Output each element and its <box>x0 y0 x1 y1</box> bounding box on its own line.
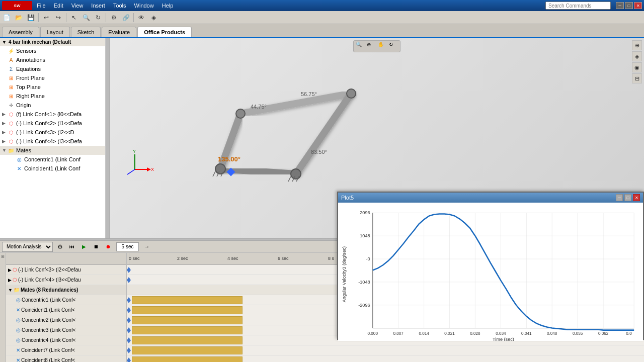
mates-folder-icon: 📁 <box>7 146 15 154</box>
sidebar-item-annotations[interactable]: A Annotations <box>0 55 105 64</box>
zoom-button[interactable]: 🔍 <box>80 12 92 23</box>
tl-coincident1[interactable]: ✕ Coincident1 (Link Conf< <box>6 305 126 315</box>
tab-office-products[interactable]: Office Products <box>137 27 192 37</box>
plot-window: Plot5 ─ □ ✕ Angular Velocity3 (deg/sec) <box>337 192 644 340</box>
display-button[interactable]: ◈ <box>148 12 159 23</box>
view-settings-btn[interactable]: ⊕ <box>632 40 642 50</box>
tab-sketch[interactable]: Sketch <box>71 27 101 37</box>
svg-text:Angular Velocity3 (deg/sec): Angular Velocity3 (deg/sec) <box>342 246 347 302</box>
menu-tools[interactable]: Tools <box>112 3 128 9</box>
sidebar-item-link3[interactable]: ▶ ⬡ (-) Link Conf<3> (l2<<D <box>0 128 105 137</box>
component-icon-3: ⬡ <box>7 128 15 136</box>
record-btn[interactable]: ⏺ <box>103 242 113 252</box>
undo-button[interactable]: ↩ <box>41 12 52 23</box>
tab-assembly[interactable]: Assembly <box>2 27 39 37</box>
separator-4 <box>133 13 134 22</box>
tl-concentric4[interactable]: ◎ Concentric4 (Link Conf< <box>6 335 126 345</box>
maximize-button[interactable]: □ <box>625 2 633 9</box>
menu-window[interactable]: Window <box>133 3 155 9</box>
pan[interactable]: ✋ <box>378 42 387 51</box>
equation-icon: Σ <box>7 65 15 73</box>
stop-btn[interactable]: ⏹ <box>91 242 101 252</box>
plane-icon-right: ⊞ <box>7 92 15 100</box>
redo-button[interactable]: ↪ <box>53 12 64 23</box>
sidebar-item-mates[interactable]: ▼ 📁 Mates <box>0 146 105 155</box>
select-button[interactable]: ↖ <box>68 12 79 23</box>
save-button[interactable]: 💾 <box>25 12 36 23</box>
sidebar-item-top-plane[interactable]: ⊞ Top Plane <box>0 82 105 92</box>
annotation-icon: A <box>7 56 15 64</box>
component-icon-1: ⬡ <box>7 110 15 118</box>
svg-text:0.034: 0.034 <box>496 331 506 336</box>
plot-close-btn[interactable]: ✕ <box>633 194 640 201</box>
coincident-icon-1: ✕ <box>15 164 23 172</box>
play-btn[interactable]: ▶ <box>79 242 89 252</box>
svg-line-16 <box>288 176 291 182</box>
rotate-button[interactable]: ↻ <box>93 12 104 23</box>
svg-text:0.014: 0.014 <box>419 331 429 336</box>
sidebar-item-link4[interactable]: ▶ ⬡ (-) Link Conf<4> (l3<<Defa <box>0 137 105 146</box>
analysis-type-select[interactable]: Motion Analysis <box>2 242 53 252</box>
view-toolbar-btn[interactable]: 👁 <box>136 12 147 23</box>
calculate-btn[interactable]: ⚙ <box>55 242 65 252</box>
menu-file[interactable]: File <box>35 3 47 9</box>
menu-help[interactable]: Help <box>160 3 175 9</box>
mate-button[interactable]: 🔗 <box>120 12 131 23</box>
origin-icon: ✛ <box>7 101 15 109</box>
svg-point-5 <box>236 109 245 118</box>
menu-bar: File Edit View Insert Tools Window Help <box>35 3 540 9</box>
tl-mates-group[interactable]: ▼ 📁 Mates (8 Redundancies) <box>6 285 126 295</box>
tl-coincident7[interactable]: ✕ Coincident7 (Link Conf< <box>6 345 126 355</box>
svg-text:Time (sec): Time (sec) <box>493 337 514 341</box>
sidebar-splitter[interactable] <box>106 38 110 238</box>
tab-evaluate[interactable]: Evaluate <box>102 27 136 37</box>
svg-text:0.000: 0.000 <box>368 331 378 336</box>
separator-2 <box>66 13 66 22</box>
time-input[interactable] <box>116 242 139 251</box>
sidebar-header: ▼ 4 bar link mechan (Default <box>0 38 105 46</box>
tl-concentric2[interactable]: ◎ Concentric2 (Link Conf< <box>6 315 126 325</box>
menu-insert[interactable]: Insert <box>90 3 107 9</box>
svg-text:0.041: 0.041 <box>521 331 532 336</box>
search-input[interactable] <box>545 2 611 10</box>
sidebar-item-right-plane[interactable]: ⊞ Right Plane <box>0 92 105 101</box>
rotate-view[interactable]: ↻ <box>389 42 398 51</box>
zoom-in[interactable]: ⊕ <box>367 42 376 51</box>
plot-titlebar[interactable]: Plot5 ─ □ ✕ <box>338 193 643 203</box>
track-coincident7 <box>127 345 644 355</box>
sidebar-item-equations[interactable]: Σ Equations <box>0 64 105 73</box>
assembly-button[interactable]: ⚙ <box>108 12 119 23</box>
menu-view[interactable]: View <box>70 3 85 9</box>
display-state-btn[interactable]: ◈ <box>632 51 642 61</box>
tl-concentric1[interactable]: ◎ Concentric1 (Link Conf< <box>6 295 126 305</box>
tl-link4[interactable]: ▶ ⬡ (-) Link Conf<4> (l3<<Defau <box>6 275 126 285</box>
tl-concentric3[interactable]: ◎ Concentric3 (Link Conf< <box>6 325 126 335</box>
tab-layout[interactable]: Layout <box>40 27 70 37</box>
plane-icon-front: ⊞ <box>7 74 15 82</box>
plane-icon-top: ⊞ <box>7 83 15 91</box>
minimize-button[interactable]: ─ <box>616 2 624 9</box>
svg-text:56.75°: 56.75° <box>301 91 317 97</box>
sidebar-item-link1[interactable]: ▶ ⬡ (f) Link Conf<1> (l0<<Defa <box>0 110 105 119</box>
rewind-btn[interactable]: ⏮ <box>67 242 77 252</box>
sidebar-item-coincident1[interactable]: ✕ Coincident1 (Link Conf <box>0 164 105 173</box>
section-view-btn[interactable]: ⊟ <box>632 73 642 83</box>
sidebar-item-origin[interactable]: ✛ Origin <box>0 101 105 110</box>
menu-edit[interactable]: Edit <box>52 3 65 9</box>
zoom-to-fit[interactable]: 🔍 <box>356 42 365 51</box>
new-button[interactable]: 📄 <box>1 12 12 23</box>
render-btn[interactable]: ◉ <box>632 62 642 72</box>
tl-link3[interactable]: ▶ ⬡ (-) Link Conf<3> (l2<<Defau <box>6 265 126 275</box>
expand-all-btn[interactable]: ⊞ <box>1 255 5 258</box>
sidebar-item-link2[interactable]: ▶ ⬡ (-) Link Conf<2> (l1<<Defa <box>0 119 105 128</box>
close-button[interactable]: ✕ <box>634 2 642 9</box>
time-arrow-btn[interactable]: → <box>142 242 152 252</box>
tl-coincident8[interactable]: ✕ Coincident8 (Link Conf< <box>6 355 126 362</box>
open-button[interactable]: 📂 <box>13 12 24 23</box>
svg-text:0.021: 0.021 <box>444 331 455 336</box>
plot-minimize-btn[interactable]: ─ <box>616 194 623 201</box>
sidebar-item-sensors[interactable]: ⚡ Sensors <box>0 46 105 55</box>
sidebar-item-concentric1[interactable]: ◎ Concentric1 (Link Conf <box>0 155 105 164</box>
plot-maximize-btn[interactable]: □ <box>624 194 631 201</box>
sidebar-item-front-plane[interactable]: ⊞ Front Plane <box>0 73 105 82</box>
